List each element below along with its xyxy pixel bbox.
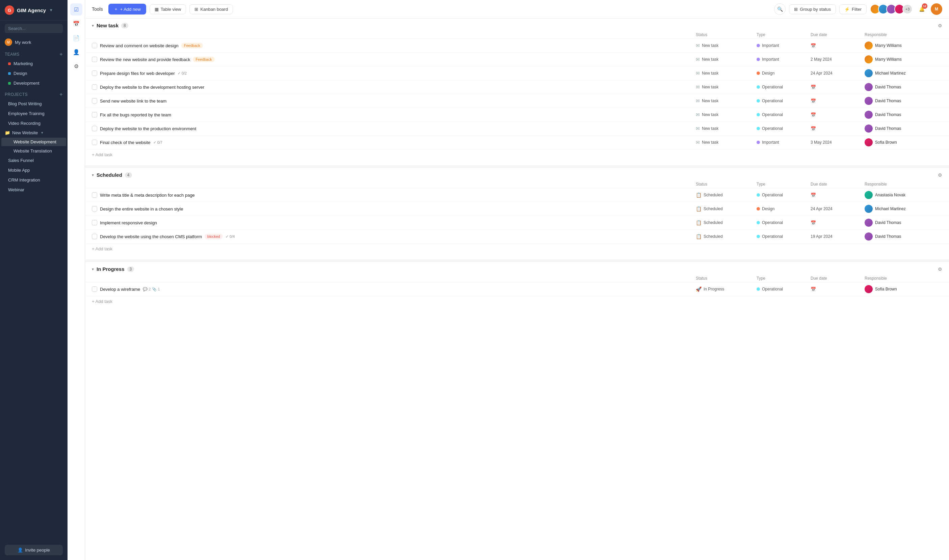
type-dot — [756, 193, 760, 197]
resp-avatar — [865, 83, 873, 91]
table-row[interactable]: Fix all the bugs reported by the team ✉N… — [85, 108, 949, 122]
table-row[interactable]: Send new website link to the team ✉New t… — [85, 94, 949, 108]
task-checkbox[interactable] — [92, 98, 97, 103]
add-team-icon[interactable]: + — [59, 51, 63, 57]
table-row[interactable]: Design the entire website in a chosen st… — [85, 202, 949, 216]
calendar-icon: 📅 — [810, 192, 816, 198]
user-avatar-button[interactable]: M — [931, 3, 942, 15]
scheduled-settings-icon[interactable]: ⚙ — [938, 172, 942, 178]
col-status-label: Status — [696, 32, 756, 37]
type-dot — [756, 207, 760, 211]
in-progress-settings-icon[interactable]: ⚙ — [938, 266, 942, 272]
type-dot — [756, 72, 760, 75]
table-row[interactable]: Review the new website and provide feedb… — [85, 52, 949, 66]
table-row[interactable]: Review and comment on website design Fee… — [85, 39, 949, 52]
table-row[interactable]: Develop the website using the chosen CMS… — [85, 230, 949, 243]
check-progress: ✓ 0/2 — [177, 71, 187, 75]
task-checkbox[interactable] — [92, 192, 97, 198]
sidebar-item-design[interactable]: Design — [2, 69, 66, 78]
add-task-scheduled-button[interactable]: + Add task — [85, 243, 949, 256]
invite-people-button[interactable]: 👤 Invite people — [5, 545, 63, 555]
col-status-label: Status — [696, 182, 756, 186]
resp-avatar — [865, 55, 873, 63]
col-status-label: Status — [696, 276, 756, 281]
add-new-button[interactable]: ＋ + Add new — [108, 4, 146, 14]
calendar-icon: 📅 — [810, 126, 816, 131]
kanban-board-button[interactable]: ⊞ Kanban board — [190, 5, 233, 14]
task-checkbox[interactable] — [92, 57, 97, 62]
search-button[interactable]: 🔍 — [774, 3, 785, 15]
toolbar: Tools ＋ + Add new ▦ Table view ⊞ Kanban … — [85, 0, 949, 18]
team-dot-development — [8, 82, 11, 85]
status-icon: ✉ — [696, 71, 700, 76]
sidebar-logo[interactable]: G GIM Agency ▾ — [0, 0, 68, 21]
task-checkbox[interactable] — [92, 84, 97, 90]
sidebar-item-new-website[interactable]: 📁 New Website ▾ — [0, 128, 68, 137]
plus-icon: ＋ — [114, 6, 118, 12]
new-task-settings-icon[interactable]: ⚙ — [938, 23, 942, 28]
task-checkbox[interactable] — [92, 126, 97, 131]
add-project-icon[interactable]: + — [59, 91, 63, 97]
table-row[interactable]: Develop a wireframe 💬 2 📎 1 🚀In Progress… — [85, 282, 949, 296]
sidebar-item-employee-training[interactable]: Employee Training — [2, 109, 66, 118]
scheduled-toggle[interactable]: ▾ — [92, 173, 94, 177]
task-checkbox[interactable] — [92, 206, 97, 212]
type-dot — [756, 44, 760, 47]
icon-strip-settings[interactable]: ⚙ — [70, 60, 82, 72]
add-task-new-button[interactable]: + Add task — [85, 149, 949, 162]
sidebar-my-work[interactable]: M My work — [0, 37, 68, 48]
table-row[interactable]: Final check of the website ✓ 0/7 ✉New ta… — [85, 135, 949, 149]
add-task-inprogress-button[interactable]: + Add task — [85, 296, 949, 309]
filter-icon: ⚡ — [844, 7, 850, 12]
table-view-button[interactable]: ▦ Table view — [150, 5, 186, 14]
task-checkbox[interactable] — [92, 234, 97, 239]
avatar-extra-count[interactable]: +3 — [903, 4, 912, 14]
sidebar-item-video-recording[interactable]: Video Recording — [2, 119, 66, 128]
table-row[interactable]: Prepare design files for web developer ✓… — [85, 66, 949, 80]
icon-strip-calendar[interactable]: 📅 — [70, 17, 82, 30]
status-icon: ✉ — [696, 43, 700, 48]
search-input[interactable] — [5, 24, 63, 33]
task-meta: 💬 2 📎 1 — [143, 287, 160, 291]
sidebar-item-mobile-app[interactable]: Mobile App — [2, 166, 66, 175]
sidebar-item-sales-funnel[interactable]: Sales Funnel — [2, 156, 66, 165]
new-task-toggle[interactable]: ▾ — [92, 23, 94, 28]
calendar-icon: 📅 — [810, 85, 816, 90]
task-checkbox[interactable] — [92, 220, 97, 225]
sidebar-sub-item-website-development[interactable]: Website Development — [2, 138, 66, 146]
sidebar-item-blog-post-writing[interactable]: Blog Post Writing — [2, 99, 66, 108]
folder-icon: 📁 — [5, 130, 10, 135]
icon-strip-tasks[interactable]: ☑ — [70, 3, 82, 15]
teams-section-header: Teams + — [0, 48, 68, 59]
sidebar-sub-item-website-translation[interactable]: Website Translation — [2, 147, 66, 155]
group-by-status-button[interactable]: ⊞ Group by status — [789, 5, 836, 14]
icon-strip-people[interactable]: 👤 — [70, 46, 82, 58]
task-checkbox[interactable] — [92, 71, 97, 76]
sidebar-item-crm-integration[interactable]: CRM Integration — [2, 175, 66, 185]
sidebar-item-marketing[interactable]: Marketing — [2, 59, 66, 68]
sidebar-item-development[interactable]: Development — [2, 78, 66, 88]
new-task-col-headers: Status Type Due date Responsible — [85, 31, 949, 39]
status-icon: 🚀 — [696, 286, 702, 292]
table-row[interactable]: Write meta title & meta description for … — [85, 188, 949, 202]
tag-blocked: blocked — [205, 234, 223, 239]
sidebar-item-webinar[interactable]: Webinar — [2, 185, 66, 194]
resp-avatar — [865, 205, 873, 213]
table-row[interactable]: Deploy the website to the production env… — [85, 122, 949, 135]
task-checkbox[interactable] — [92, 140, 97, 145]
task-checkbox[interactable] — [92, 286, 97, 292]
filter-button[interactable]: ⚡ Filter — [839, 5, 867, 14]
notifications-button[interactable]: 🔔 12 — [916, 3, 927, 15]
table-row[interactable]: Deploy the website to the development ho… — [85, 80, 949, 94]
in-progress-toggle[interactable]: ▾ — [92, 267, 94, 272]
task-checkbox[interactable] — [92, 43, 97, 48]
task-checkbox[interactable] — [92, 112, 97, 117]
type-dot — [756, 127, 760, 130]
logo-icon: G — [5, 5, 14, 15]
in-progress-section-header: ▾ In Progress 3 ⚙ — [85, 262, 949, 275]
in-progress-title: In Progress — [97, 266, 125, 272]
chevron-down-icon: ▾ — [50, 8, 52, 12]
table-row[interactable]: Implement responsive design 📋Scheduled O… — [85, 216, 949, 230]
check-progress: ✓ 0/7 — [153, 140, 162, 145]
icon-strip-docs[interactable]: 📄 — [70, 32, 82, 44]
